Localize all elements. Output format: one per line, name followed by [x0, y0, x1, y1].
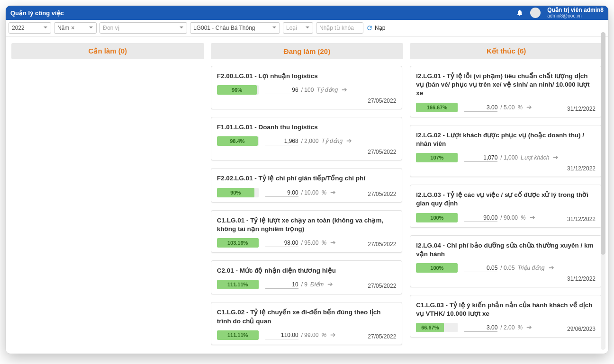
- employee-select[interactable]: LG001 - Châu Bá Thông: [190, 22, 280, 34]
- progress-bar: 90%: [217, 188, 259, 197]
- task-card[interactable]: I2.LG.03 - Tỷ lệ các vụ việc / sự cố đượ…: [410, 185, 602, 227]
- titlebar: Quản lý công việc Quản trị viên admin8 a…: [6, 6, 608, 20]
- current-value: 10: [265, 281, 298, 289]
- target-value: / 95.00: [301, 240, 319, 246]
- period-select[interactable]: Năm ×: [54, 22, 97, 34]
- unit-label: %: [517, 104, 523, 111]
- unit-label: %: [321, 240, 326, 246]
- task-card[interactable]: C1.LG.03 - Tỷ lệ ý kiến phản nản của hàn…: [410, 295, 602, 337]
- kanban-board: Cần làm (0) Đang làm (20) F2.00.LG.01 - …: [6, 36, 608, 354]
- task-title: I2.LG.02 - Lượt khách được phục vụ (hoặc…: [416, 131, 596, 148]
- arrow-right-icon: ➔: [526, 323, 532, 331]
- task-title: F2.02.LG.01 - Tỷ lệ chi phí gián tiếp/Tổ…: [217, 174, 397, 183]
- task-date: 27/05/2022: [368, 283, 396, 289]
- value-block: 110.00/ 99.00%➔: [265, 331, 336, 339]
- value-block: 3.00/ 5.00%➔: [464, 103, 532, 112]
- task-date: 31/12/2022: [416, 165, 596, 172]
- task-card[interactable]: I2.LG.02 - Lượt khách được phục vụ (hoặc…: [410, 125, 602, 177]
- target-value: / 1,000: [500, 154, 518, 161]
- progress-bar: 66.67%: [416, 323, 458, 332]
- target-value: / 100: [301, 87, 314, 93]
- task-metrics-row: 100%90.00/ 90.00%➔31/12/2022: [416, 213, 596, 222]
- scrollbar-thumb[interactable]: [601, 32, 605, 255]
- arrow-right-icon: ➔: [549, 264, 554, 271]
- column-done-header: Kết thúc (6): [410, 43, 603, 59]
- app-window: Quản lý công việc Quản trị viên admin8 a…: [6, 6, 608, 354]
- progress-fill: 166.67%: [416, 103, 458, 112]
- task-date: 31/12/2022: [567, 216, 596, 222]
- reload-label: Nạp: [375, 25, 385, 31]
- unit-label: %: [321, 332, 326, 338]
- column-doing-body[interactable]: F2.00.LG.01 - Lợi nhuận logistics96%96/ …: [211, 66, 404, 354]
- current-value: 3.00: [464, 104, 497, 112]
- task-card[interactable]: C2.01 - Mức độ nhận diện thương hiệu111.…: [211, 260, 403, 294]
- task-title: F2.00.LG.01 - Lợi nhuận logistics: [217, 72, 397, 80]
- chevron-down-icon: [179, 25, 184, 31]
- task-date: 27/05/2022: [368, 333, 396, 340]
- task-metrics-row: 166.67%3.00/ 5.00%➔31/12/2022: [416, 103, 596, 112]
- current-value: 1,070: [464, 154, 497, 162]
- task-title: I2.LG.01 - Tỷ lệ lỗi (vi phạm) tiêu chuẩ…: [416, 72, 596, 98]
- unit-label: %: [321, 189, 326, 196]
- task-date: 31/12/2022: [416, 275, 596, 282]
- unit-label: Tỷ đồng: [316, 87, 338, 93]
- filter-toolbar: 2022 Năm × Đơn vị LG001 - Châu Bá Thông …: [6, 20, 608, 36]
- column-done: Kết thúc (6) I2.LG.01 - Tỷ lệ lỗi (vi ph…: [410, 43, 603, 354]
- column-todo-body[interactable]: [11, 66, 204, 354]
- task-metrics-row: 103.16%98.00/ 95.00%➔27/05/2022: [217, 238, 397, 248]
- progress-bar: 111.11%: [217, 280, 259, 289]
- task-date: 27/05/2022: [217, 149, 397, 155]
- task-card[interactable]: C1.LG.02 - Tỷ lệ chuyến xe đi-đến bến đú…: [211, 302, 403, 345]
- task-date: 27/05/2022: [217, 98, 397, 104]
- scrollbar-track[interactable]: [601, 32, 605, 350]
- column-todo: Cần làm (0): [11, 43, 204, 354]
- notification-bell-icon[interactable]: [516, 9, 524, 17]
- task-date: 27/05/2022: [368, 241, 396, 248]
- org-unit-placeholder: Đơn vị: [103, 25, 119, 31]
- task-date: 31/12/2022: [567, 106, 596, 112]
- column-doing-header: Đang làm (20): [211, 43, 404, 59]
- task-title: C1.LG.03 - Tỷ lệ ý kiến phản nản của hàn…: [416, 301, 596, 318]
- task-card[interactable]: F2.00.LG.01 - Lợi nhuận logistics96%96/ …: [211, 66, 403, 109]
- target-value: / 9: [301, 281, 307, 288]
- unit-label: Tỷ đồng: [321, 138, 343, 144]
- year-select[interactable]: 2022: [9, 22, 51, 34]
- target-value: / 2.00: [500, 324, 515, 331]
- arrow-right-icon: ➔: [330, 331, 336, 338]
- value-block: 10/ 9Điểm➔: [265, 280, 334, 289]
- task-card[interactable]: I2.LG.01 - Tỷ lệ lỗi (vi phạm) tiêu chuẩ…: [410, 66, 602, 117]
- task-card[interactable]: F2.02.LG.01 - Tỷ lệ chi phí gián tiếp/Tổ…: [211, 168, 403, 202]
- value-block: 1,968/ 2,000Tỷ đồng➔: [265, 137, 352, 145]
- task-date: 29/06/2023: [567, 326, 596, 332]
- arrow-right-icon: ➔: [553, 153, 559, 161]
- value-block: 3.00/ 2.00%➔: [464, 323, 532, 332]
- target-value: / 0.05: [500, 265, 515, 271]
- task-date: 27/05/2022: [368, 191, 396, 197]
- task-metrics-row: 90%9.00/ 10.00%➔27/05/2022: [217, 188, 397, 197]
- reload-button[interactable]: Nạp: [366, 25, 385, 31]
- arrow-right-icon: ➔: [530, 213, 535, 221]
- task-metrics-row: 111.11%10/ 9Điểm➔27/05/2022: [217, 280, 397, 289]
- current-value: 98.00: [265, 240, 298, 247]
- current-value: 1,968: [265, 138, 298, 145]
- task-card[interactable]: I2.LG.04 - Chi phí bảo dưỡng sửa chữa th…: [410, 235, 602, 287]
- org-unit-select[interactable]: Đơn vị: [99, 22, 187, 34]
- task-card[interactable]: F1.01.LG.01 - Doanh thu logistics98.4%1,…: [211, 117, 403, 160]
- column-done-body[interactable]: I2.LG.01 - Tỷ lệ lỗi (vi phạm) tiêu chuẩ…: [410, 66, 603, 354]
- user-block[interactable]: Quản trị viên admin8 admin8@ooc.vn: [547, 7, 604, 18]
- task-metrics-row: 66.67%3.00/ 2.00%➔29/06/2023: [416, 323, 596, 332]
- progress-fill: 100%: [416, 263, 458, 273]
- search-input[interactable]: [316, 22, 363, 34]
- type-select[interactable]: Loại: [283, 22, 313, 34]
- page-title: Quản lý công việc: [10, 9, 64, 17]
- unit-label: Triệu đồng: [517, 265, 544, 271]
- task-metrics-row: 107%1,070/ 1,000Lượt khách➔: [416, 153, 596, 162]
- progress-bar: 107%: [416, 153, 458, 162]
- current-value: 9.00: [265, 189, 298, 197]
- task-card[interactable]: C1.LG.01 - Tỷ lệ lượt xe chạy an toàn (k…: [211, 210, 403, 253]
- task-title: I2.LG.03 - Tỷ lệ các vụ việc / sự cố đượ…: [416, 191, 596, 208]
- avatar[interactable]: [530, 8, 541, 18]
- clear-period-icon[interactable]: ×: [71, 25, 74, 31]
- task-metrics-row: 100%0.05/ 0.05Triệu đồng➔: [416, 263, 596, 273]
- chevron-down-icon: [305, 25, 310, 31]
